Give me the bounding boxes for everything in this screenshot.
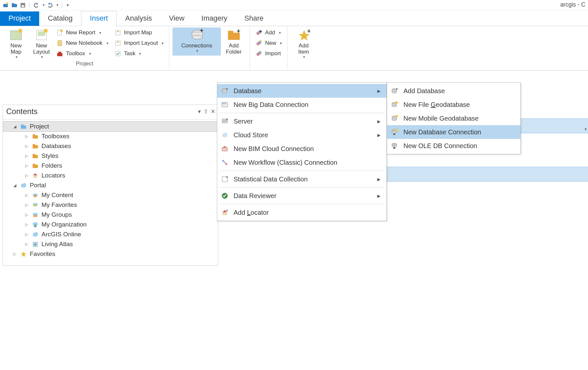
menu-item-cloud-store[interactable]: Cloud Store ▶ <box>217 128 386 142</box>
menu-item-bim-cloud[interactable]: New BIM Cloud Connection <box>217 142 386 156</box>
menu-item-new-file-gdb[interactable]: New File Geodatabase <box>387 98 520 111</box>
submenu-arrow-icon: ▶ <box>364 133 381 138</box>
tab-project[interactable]: Project <box>0 11 39 26</box>
new-notebook-button[interactable]: New Notebook▾ <box>54 38 110 48</box>
tree-item-portal[interactable]: ◢ Portal <box>3 180 218 190</box>
menu-item-data-reviewer[interactable]: Data Reviewer ▶ <box>217 189 386 203</box>
tree-item-project[interactable]: ◢ Project <box>3 122 218 131</box>
dropdown-arrow-icon[interactable]: ▾ <box>585 127 587 142</box>
expander-closed-icon[interactable]: ▷ <box>24 193 29 197</box>
menu-divider <box>219 187 384 188</box>
menu-item-new-ole-db[interactable]: New OLE DB Connection <box>387 139 520 153</box>
undo-dropdown-icon[interactable]: ▾ <box>43 3 45 7</box>
new-style-button[interactable]: New▾ <box>253 38 284 48</box>
customize-qat-icon[interactable]: ▾ <box>67 3 69 8</box>
connections-button[interactable]: Connections ▾ <box>172 27 221 56</box>
tree-item-my-favorites[interactable]: ▷ My Favorites <box>3 200 218 210</box>
tree-item-label: My Favorites <box>41 201 77 209</box>
menu-item-big-data[interactable]: New Big Data Connection <box>217 98 386 111</box>
tab-catalog[interactable]: Catalog <box>39 11 81 26</box>
expander-closed-icon[interactable]: ▷ <box>24 232 29 237</box>
new-report-button[interactable]: New Report▾ <box>54 27 110 38</box>
add-folder-label: Add Folder <box>226 42 241 55</box>
workflow-icon <box>220 158 229 167</box>
import-layout-button[interactable]: Import Layout▾ <box>112 38 166 48</box>
svg-rect-22 <box>116 51 120 56</box>
tab-imagery[interactable]: Imagery <box>193 11 236 26</box>
add-folder-button[interactable]: Add Folder <box>221 27 246 56</box>
tree-item-folders[interactable]: ▷ Folders <box>3 161 218 171</box>
tab-analysis[interactable]: Analysis <box>117 11 160 26</box>
tree-item-label: Project <box>30 123 49 130</box>
expander-closed-icon[interactable]: ▷ <box>24 173 29 178</box>
menu-item-workflow[interactable]: New Workflow (Classic) Connection <box>217 156 386 169</box>
ribbon-group-connections: Connections ▾ Add Folder <box>169 26 250 70</box>
new-project-icon[interactable] <box>3 2 9 8</box>
menu-item-new-db-connection[interactable]: New Database Connection <box>387 125 520 139</box>
tree-item-my-content[interactable]: ▷ My Content <box>3 190 218 200</box>
tab-share[interactable]: Share <box>236 11 272 26</box>
cloud-icon <box>32 231 39 238</box>
open-project-icon[interactable] <box>11 2 18 8</box>
new-report-label: New Report <box>66 29 95 36</box>
undo-icon[interactable] <box>33 2 40 8</box>
menu-item-new-mobile-gdb[interactable]: New Mobile Geodatabase <box>387 111 520 125</box>
close-icon[interactable]: ✕ <box>211 108 215 115</box>
tree-item-favorites[interactable]: ▷ Favorites <box>3 249 218 259</box>
tree-item-arcgis-online[interactable]: ▷ ArcGIS Online <box>3 229 218 239</box>
tree-item-styles[interactable]: ▷ Styles <box>3 151 218 161</box>
submenu-arrow-icon: ▶ <box>364 193 381 198</box>
expander-closed-icon[interactable]: ▷ <box>24 163 29 168</box>
database-plus-icon <box>390 87 399 95</box>
menu-item-statistical[interactable]: Statistical Data Collection ▶ <box>217 172 386 186</box>
expander-open-icon[interactable]: ◢ <box>12 183 17 188</box>
tree-item-toolboxes[interactable]: ▷ Toolboxes <box>3 131 218 141</box>
new-layout-button[interactable]: New Layout ▾ <box>29 27 54 60</box>
cloud-store-icon <box>220 131 229 139</box>
add-item-button[interactable]: Add Item ▾ <box>291 27 316 60</box>
expander-closed-icon[interactable]: ▷ <box>24 203 29 207</box>
redo-dropdown-icon[interactable]: ▾ <box>57 3 58 7</box>
expander-closed-icon[interactable]: ▷ <box>24 134 29 139</box>
tree-item-locators[interactable]: ▷ Locators <box>3 171 218 180</box>
pin-icon[interactable]: ⇧ <box>204 108 208 115</box>
svg-rect-101 <box>33 144 35 145</box>
tree-item-my-groups[interactable]: ▷ My Groups <box>3 210 218 220</box>
menu-item-add-locator[interactable]: Add Locator <box>217 206 386 219</box>
expander-closed-icon[interactable]: ▷ <box>24 144 29 148</box>
tab-view[interactable]: View <box>160 11 193 26</box>
expander-closed-icon[interactable]: ▷ <box>24 154 29 158</box>
toolbox-button[interactable]: Toolbox▾ <box>54 48 110 59</box>
expander-closed-icon[interactable]: ▷ <box>24 242 29 246</box>
tree-item-living-atlas[interactable]: ▷ Living Atlas <box>3 239 218 249</box>
tree-item-label: Databases <box>41 143 71 150</box>
menu-item-database[interactable]: Database ▶ <box>217 84 386 98</box>
tree-item-databases[interactable]: ▷ Databases <box>3 141 218 151</box>
add-style-button[interactable]: Add▾ <box>253 27 284 38</box>
svg-rect-30 <box>228 31 233 33</box>
ribbon-tabstrip: Project Catalog Insert Analysis View Ima… <box>0 10 588 26</box>
svg-rect-29 <box>228 33 240 40</box>
menu-item-server[interactable]: Server ▶ <box>217 114 386 128</box>
tab-insert[interactable]: Insert <box>81 11 117 26</box>
redo-icon[interactable] <box>47 2 53 8</box>
expander-closed-icon[interactable]: ▷ <box>24 212 29 217</box>
import-style-button[interactable]: Import <box>253 48 284 59</box>
import-map-button[interactable]: Import Map <box>112 27 166 38</box>
new-style-label: New <box>265 40 276 46</box>
new-map-button[interactable]: New Map ▾ <box>3 27 29 60</box>
submenu-arrow-icon: ▶ <box>364 89 381 93</box>
save-icon[interactable] <box>20 2 26 8</box>
new-map-label: New Map <box>10 42 22 55</box>
menu-item-add-database[interactable]: Add Database <box>387 84 520 98</box>
task-button[interactable]: Task▾ <box>112 48 166 59</box>
menu-item-label: New Big Data Connection <box>234 101 308 109</box>
chevron-down-icon: ▾ <box>279 31 281 35</box>
pane-menu-icon[interactable]: ▾ <box>198 108 201 115</box>
expander-open-icon[interactable]: ◢ <box>12 124 17 129</box>
svg-point-117 <box>35 215 37 217</box>
tree-item-label: Folders <box>41 162 62 169</box>
expander-closed-icon[interactable]: ▷ <box>12 252 17 256</box>
expander-closed-icon[interactable]: ▷ <box>24 222 29 227</box>
tree-item-my-org[interactable]: ▷ My Organization <box>3 220 218 229</box>
